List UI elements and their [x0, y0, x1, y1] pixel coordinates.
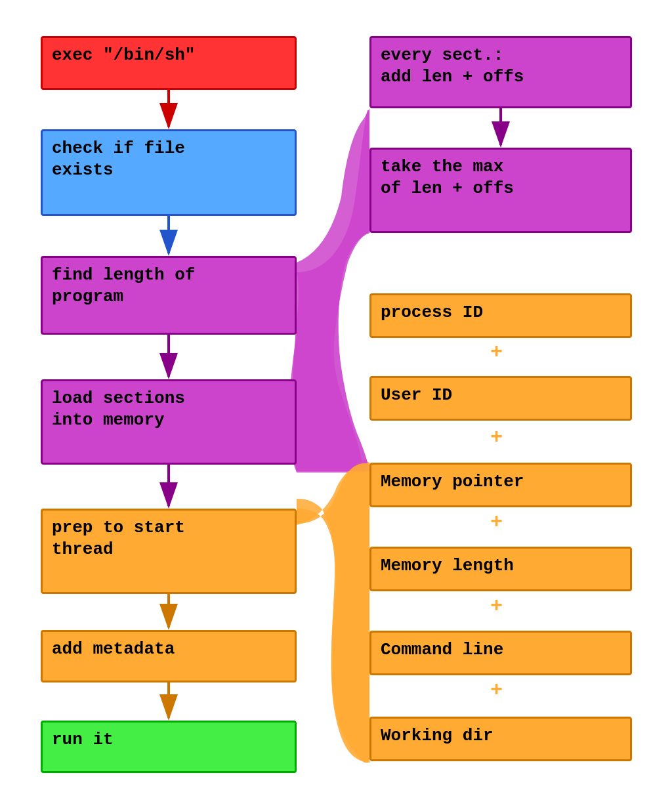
- user-id-label: User ID: [381, 385, 452, 405]
- find-length-box: find length ofprogram: [41, 256, 297, 335]
- run-it-box: run it: [41, 721, 297, 773]
- add-metadata-box: add metadata: [41, 630, 297, 682]
- prep-thread-label: prep to startthread: [52, 518, 185, 559]
- memory-pointer-box: Memory pointer: [369, 463, 632, 507]
- working-dir-box: Working dir: [369, 717, 632, 761]
- memory-length-box: Memory length: [369, 547, 632, 591]
- diagram-container: exec "/bin/sh" check if fileexists find …: [0, 0, 672, 798]
- process-id-box: process ID: [369, 293, 632, 338]
- find-length-label: find length ofprogram: [52, 265, 195, 306]
- working-dir-label: Working dir: [381, 726, 494, 746]
- every-sect-box: every sect.:add len + offs: [369, 36, 632, 108]
- exec-box: exec "/bin/sh": [41, 36, 297, 90]
- plus-5: +: [490, 678, 503, 702]
- plus-1: +: [490, 340, 503, 364]
- every-sect-label: every sect.:add len + offs: [381, 45, 524, 87]
- memory-pointer-label: Memory pointer: [381, 472, 524, 492]
- check-file-box: check if fileexists: [41, 129, 297, 216]
- command-line-box: Command line: [369, 631, 632, 675]
- plus-3: +: [490, 510, 503, 534]
- plus-2: +: [490, 425, 503, 450]
- load-sections-box: load sectionsinto memory: [41, 379, 297, 465]
- memory-length-label: Memory length: [381, 556, 514, 576]
- add-metadata-label: add metadata: [52, 639, 175, 659]
- run-it-label: run it: [52, 730, 114, 749]
- command-line-label: Command line: [381, 640, 503, 660]
- process-id-label: process ID: [381, 303, 483, 322]
- plus-4: +: [490, 594, 503, 618]
- check-file-label: check if fileexists: [52, 138, 185, 180]
- load-sections-label: load sectionsinto memory: [52, 388, 185, 430]
- prep-thread-box: prep to startthread: [41, 509, 297, 594]
- exec-label: exec "/bin/sh": [52, 45, 195, 65]
- take-max-box: take the maxof len + offs: [369, 148, 632, 233]
- take-max-label: take the maxof len + offs: [381, 157, 514, 198]
- user-id-box: User ID: [369, 376, 632, 421]
